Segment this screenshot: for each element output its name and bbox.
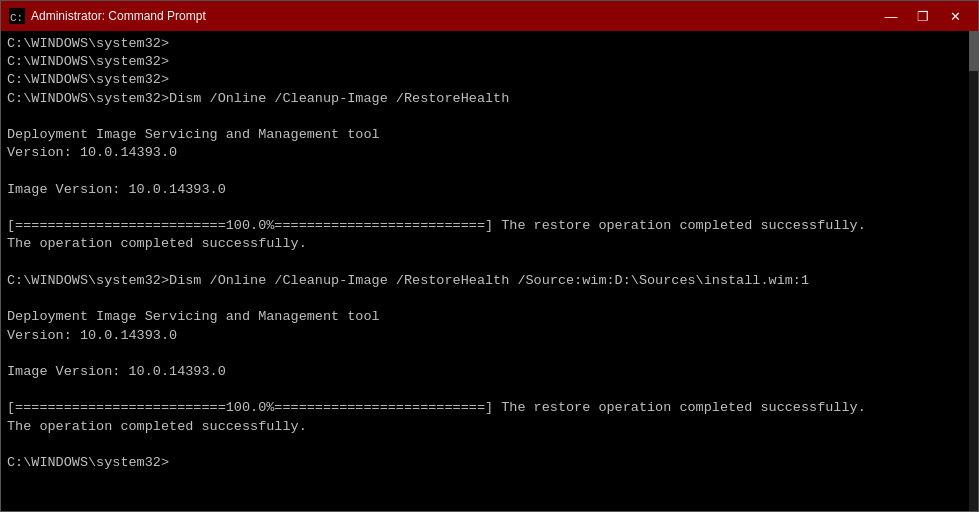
console-line: C:\WINDOWS\system32> bbox=[7, 71, 972, 89]
cmd-icon: C: bbox=[9, 8, 25, 24]
console-line: Deployment Image Servicing and Managemen… bbox=[7, 308, 972, 326]
console-line: Deployment Image Servicing and Managemen… bbox=[7, 126, 972, 144]
console-line: Version: 10.0.14393.0 bbox=[7, 327, 972, 345]
console-line: [==========================100.0%=======… bbox=[7, 399, 972, 417]
console-line: The operation completed successfully. bbox=[7, 418, 972, 436]
title-bar-controls: — ❐ ✕ bbox=[876, 5, 970, 27]
console-line bbox=[7, 254, 972, 272]
console-line: [==========================100.0%=======… bbox=[7, 217, 972, 235]
console-line: C:\WINDOWS\system32> bbox=[7, 454, 972, 472]
console-line bbox=[7, 345, 972, 363]
console-line bbox=[7, 163, 972, 181]
title-bar: C: Administrator: Command Prompt — ❐ ✕ bbox=[1, 1, 978, 31]
console-line bbox=[7, 290, 972, 308]
console-line: C:\WINDOWS\system32>Dism /Online /Cleanu… bbox=[7, 272, 972, 290]
console-line bbox=[7, 381, 972, 399]
maximize-button[interactable]: ❐ bbox=[908, 5, 938, 27]
console-line: Image Version: 10.0.14393.0 bbox=[7, 363, 972, 381]
console-line: Image Version: 10.0.14393.0 bbox=[7, 181, 972, 199]
scrollbar[interactable] bbox=[969, 31, 978, 511]
window-title: Administrator: Command Prompt bbox=[31, 9, 206, 23]
close-button[interactable]: ✕ bbox=[940, 5, 970, 27]
console-line bbox=[7, 199, 972, 217]
window: C: Administrator: Command Prompt — ❐ ✕ C… bbox=[0, 0, 979, 512]
console-line: C:\WINDOWS\system32> bbox=[7, 53, 972, 71]
console-line: C:\WINDOWS\system32>Dism /Online /Cleanu… bbox=[7, 90, 972, 108]
scrollbar-thumb[interactable] bbox=[969, 31, 978, 71]
svg-text:C:: C: bbox=[10, 12, 23, 24]
console-body[interactable]: C:\WINDOWS\system32>C:\WINDOWS\system32>… bbox=[1, 31, 978, 511]
title-bar-left: C: Administrator: Command Prompt bbox=[9, 8, 206, 24]
console-output: C:\WINDOWS\system32>C:\WINDOWS\system32>… bbox=[7, 35, 972, 472]
minimize-button[interactable]: — bbox=[876, 5, 906, 27]
console-line bbox=[7, 436, 972, 454]
console-line bbox=[7, 108, 972, 126]
console-line: Version: 10.0.14393.0 bbox=[7, 144, 972, 162]
console-line: The operation completed successfully. bbox=[7, 235, 972, 253]
console-line: C:\WINDOWS\system32> bbox=[7, 35, 972, 53]
